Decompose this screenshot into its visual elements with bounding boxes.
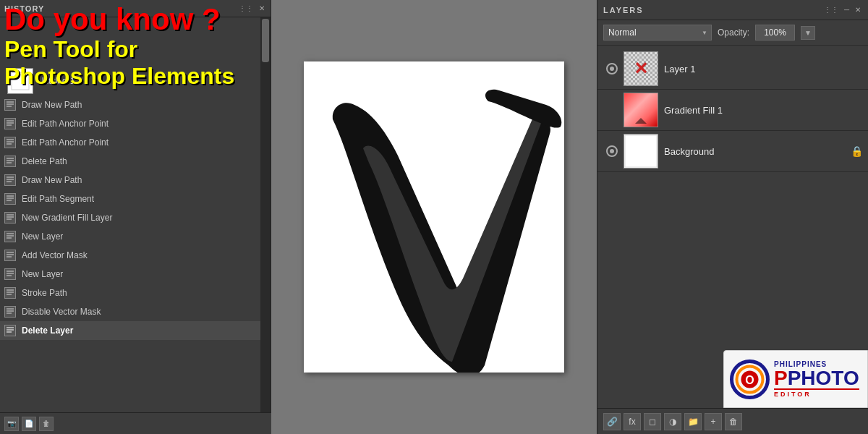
history-item-icon: [4, 250, 16, 261]
history-item-icon: [4, 268, 16, 280]
history-bottom-toolbar: 📷 📄 🗑: [0, 412, 271, 434]
layers-bottom-toolbar: 🔗 fx ◻ ◑ 📁 + 🗑: [597, 408, 868, 434]
history-item[interactable]: New Layer: [0, 265, 271, 284]
layers-close-btn[interactable]: ✕: [854, 6, 862, 14]
history-item-label: Edit Path Segment: [22, 194, 94, 204]
opacity-dropdown-btn[interactable]: ▼: [801, 26, 815, 40]
layer1-thumb-content: [624, 52, 658, 85]
layer-item-gradient[interactable]: Gradient Fill 1: [597, 90, 868, 131]
gradient-thumb-content: [624, 93, 658, 127]
layer-visibility-toggle[interactable]: [603, 142, 621, 160]
history-item-icon: [4, 231, 16, 242]
canvas-area: [271, 0, 597, 434]
layers-panel: LAYERS ⋮⋮ ─ ✕ Normal Multiply Screen Ove…: [597, 0, 868, 434]
history-item-icon: [4, 118, 16, 129]
history-item-icon: [4, 174, 16, 186]
history-thumb: Untitled-1: [7, 68, 271, 94]
blend-mode-row: Normal Multiply Screen Overlay Dissolve …: [597, 20, 868, 46]
layer-item-layer1[interactable]: Layer 1: [597, 48, 868, 90]
history-item-label: New Gradient Fill Layer: [22, 213, 112, 223]
svg-rect-1: [12, 72, 29, 90]
history-item-label: Delete Layer: [22, 326, 73, 336]
history-item[interactable]: Stroke Path: [0, 284, 271, 302]
history-item[interactable]: Edit Path Segment: [0, 190, 271, 208]
history-panel-header: HISTORY ⋮⋮ ✕: [0, 0, 271, 17]
layers-menu-btn[interactable]: ⋮⋮: [822, 6, 840, 14]
history-item-delete-layer[interactable]: Delete Layer: [0, 321, 271, 340]
layer-item-background[interactable]: Background 🔒: [597, 131, 868, 172]
history-new-snapshot-btn[interactable]: 📷: [4, 417, 19, 431]
layer-name-layer1: Layer 1: [664, 64, 862, 75]
history-item[interactable]: New Gradient Fill Layer: [0, 208, 271, 227]
svg-rect-4: [625, 135, 657, 167]
layers-folder-btn[interactable]: 📁: [684, 413, 702, 430]
history-item-icon: [4, 193, 16, 205]
history-item-label: New Layer: [22, 269, 63, 279]
history-item-label: Stroke Path: [22, 288, 67, 298]
layer-name-gradient: Gradient Fill 1: [664, 105, 862, 116]
history-close-btn[interactable]: ✕: [258, 4, 266, 12]
layers-fx-btn[interactable]: fx: [624, 413, 641, 430]
blend-mode-select[interactable]: Normal Multiply Screen Overlay Dissolve: [603, 25, 712, 41]
layers-adjust-btn[interactable]: ◑: [664, 413, 681, 430]
opacity-label: Opacity:: [718, 27, 749, 38]
logo-photo-text: PPHOTO: [774, 368, 859, 388]
history-scrollbar[interactable]: [260, 17, 271, 415]
history-scrollbar-thumb[interactable]: [262, 19, 269, 62]
history-item-icon: [4, 156, 16, 167]
eye-icon: [606, 145, 618, 157]
history-item-label: Delete Path: [22, 156, 67, 166]
history-thumb-img: [7, 68, 33, 94]
opacity-dropdown-wrapper: ▼: [801, 25, 815, 40]
logo-text-block: PHILIPPINES PPHOTO EDITOR: [774, 360, 859, 398]
history-item[interactable]: Edit Path Anchor Point: [0, 133, 271, 152]
layers-panel-header: LAYERS ⋮⋮ ─ ✕: [597, 0, 868, 20]
history-item[interactable]: Edit Path Anchor Point: [0, 114, 271, 133]
history-item-icon: [4, 287, 16, 299]
logo-editor-text: EDITOR: [774, 388, 859, 398]
eye-icon: [606, 63, 618, 75]
blend-select-wrapper: Normal Multiply Screen Overlay Dissolve: [603, 25, 712, 41]
history-item[interactable]: Disable Vector Mask: [0, 302, 271, 321]
layers-panel-title: LAYERS: [603, 6, 644, 14]
history-menu-btn[interactable]: ⋮⋮: [237, 4, 255, 12]
layers-list: Layer 1 Gradient Fill 1 Backgroun: [597, 46, 868, 175]
history-item-icon: [4, 212, 16, 224]
history-panel: HISTORY ⋮⋮ ✕ Do you know ? Pen Tool for …: [0, 0, 271, 434]
layer-thumbnail-background: [624, 134, 658, 169]
history-item[interactable]: Add Vector Mask: [0, 246, 271, 265]
history-new-document-btn[interactable]: 📄: [22, 417, 36, 431]
layer-thumbnail-layer1: [624, 51, 658, 86]
history-doc-name: Untitled-1: [38, 76, 75, 86]
history-item-label: New Layer: [22, 231, 63, 242]
history-panel-controls: ⋮⋮ ✕: [237, 4, 266, 12]
lock-icon: 🔒: [851, 145, 862, 157]
history-item[interactable]: Draw New Path: [0, 171, 271, 190]
layers-mask-btn[interactable]: ◻: [644, 413, 661, 430]
history-item-label: Disable Vector Mask: [22, 307, 101, 317]
history-delete-btn[interactable]: 🗑: [39, 417, 54, 431]
layer-visibility-toggle[interactable]: [603, 101, 621, 119]
history-item[interactable]: Draw New Path: [0, 95, 271, 114]
philippines-photo-editor-logo: O PHILIPPINES PPHOTO EDITOR: [723, 350, 868, 408]
svg-text:O: O: [745, 374, 754, 386]
layers-new-btn[interactable]: +: [705, 413, 722, 430]
layer-name-background: Background: [664, 146, 851, 157]
layers-panel-controls: ⋮⋮ ─ ✕: [822, 6, 862, 14]
layers-minimize-btn[interactable]: ─: [843, 6, 851, 14]
history-item-icon: [4, 325, 16, 336]
history-item-label: Draw New Path: [22, 100, 82, 110]
layers-link-btn[interactable]: 🔗: [603, 413, 621, 430]
history-list: Draw New Path Edit Path Anchor Point Edi…: [0, 95, 271, 340]
history-panel-title: HISTORY: [4, 4, 44, 13]
history-item-label: Draw New Path: [22, 175, 82, 185]
history-item-icon: [4, 137, 16, 148]
opacity-input[interactable]: [755, 25, 795, 41]
canvas-document: [304, 61, 564, 373]
layer-visibility-toggle[interactable]: [603, 60, 621, 77]
history-item[interactable]: Delete Path: [0, 152, 271, 171]
history-item-icon: [4, 306, 16, 318]
history-item[interactable]: New Layer: [0, 227, 271, 246]
history-item-icon: [4, 99, 16, 111]
layers-delete-btn[interactable]: 🗑: [725, 413, 742, 430]
